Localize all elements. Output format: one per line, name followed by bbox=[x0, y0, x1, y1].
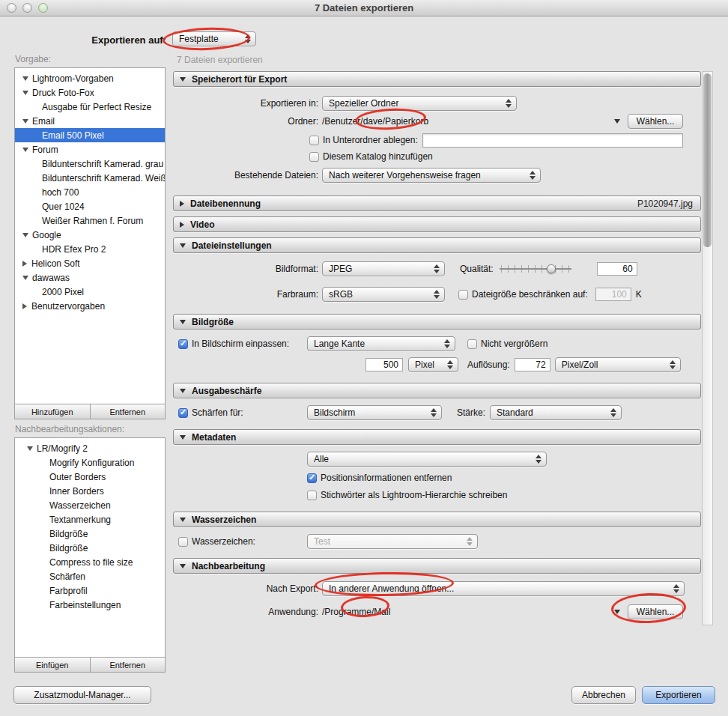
list-item[interactable]: LR/Mogrify 2 bbox=[15, 441, 165, 455]
subfolder-checkbox[interactable] bbox=[309, 136, 319, 145]
no-enlarge-label[interactable]: Nicht vergrößern bbox=[481, 339, 547, 349]
export-in-select[interactable]: Spezieller Ordner bbox=[322, 96, 517, 111]
expanded-disclosure-icon[interactable] bbox=[22, 233, 28, 237]
quality-value-field[interactable]: 60 bbox=[597, 262, 637, 276]
remove-action-button[interactable]: Entfernen bbox=[90, 658, 166, 672]
expanded-disclosure-icon[interactable] bbox=[180, 389, 186, 393]
colorspace-select[interactable]: sRGB bbox=[322, 287, 445, 302]
section-header-metadata[interactable]: Metadaten bbox=[173, 429, 701, 445]
remove-location-checkbox[interactable] bbox=[307, 473, 317, 483]
list-item[interactable]: Bildgröße bbox=[15, 527, 165, 541]
choose-folder-button[interactable]: Wählen... bbox=[628, 114, 683, 129]
expanded-disclosure-icon[interactable] bbox=[22, 91, 28, 95]
image-format-select[interactable]: JPEG bbox=[322, 261, 445, 276]
application-presets-disclosure-icon[interactable] bbox=[614, 610, 620, 614]
sharpen-checkbox[interactable] bbox=[178, 408, 188, 418]
list-item[interactable]: Benutzervorgaben bbox=[15, 299, 165, 313]
list-item[interactable]: Helicon Soft bbox=[15, 256, 165, 270]
resolution-value-field[interactable]: 72 bbox=[515, 358, 550, 371]
list-item[interactable]: dawawas bbox=[15, 270, 165, 285]
export-button[interactable]: Exportieren bbox=[642, 686, 715, 704]
list-item[interactable]: hoch 700 bbox=[15, 185, 165, 199]
choose-application-button[interactable]: Wählen... bbox=[628, 604, 683, 619]
existing-files-select[interactable]: Nach weiterer Vorgehensweise fragen bbox=[322, 168, 541, 183]
collapsed-disclosure-icon[interactable] bbox=[180, 201, 184, 207]
watermark-label[interactable]: Wasserzeichen: bbox=[192, 536, 307, 547]
list-item[interactable]: Farbprofil bbox=[15, 583, 165, 598]
watermark-checkbox[interactable] bbox=[178, 537, 188, 547]
expanded-disclosure-icon[interactable] bbox=[22, 119, 28, 124]
close-icon[interactable] bbox=[7, 3, 16, 13]
expanded-disclosure-icon[interactable] bbox=[22, 148, 28, 152]
subfolder-name-input[interactable] bbox=[422, 133, 683, 148]
limit-filesize-checkbox[interactable] bbox=[458, 290, 468, 300]
list-item[interactable]: Ausgabe für Perfect Resize bbox=[15, 100, 165, 114]
list-item[interactable]: Textanmerkung bbox=[15, 512, 165, 527]
list-item[interactable]: Schärfen bbox=[15, 569, 165, 583]
collapsed-disclosure-icon[interactable] bbox=[180, 222, 184, 228]
size-unit-select[interactable]: Pixel bbox=[408, 357, 458, 372]
limit-filesize-label[interactable]: Dateigröße beschränken auf: bbox=[472, 289, 588, 300]
section-header-post-processing[interactable]: Nachbearbeitung bbox=[173, 558, 701, 574]
section-header-file-naming[interactable]: Dateibenennung P1020947.jpg bbox=[173, 195, 701, 211]
keywords-hierarchy-label[interactable]: Stichwörter als Lightroom-Hierarchie sch… bbox=[321, 490, 507, 500]
no-enlarge-checkbox[interactable] bbox=[467, 339, 477, 349]
expanded-disclosure-icon[interactable] bbox=[22, 276, 28, 280]
resolution-unit-select[interactable]: Pixel/Zoll bbox=[555, 357, 681, 372]
sharpen-amount-select[interactable]: Standard bbox=[490, 405, 622, 420]
list-item[interactable]: HDR Efex Pro 2 bbox=[15, 242, 165, 256]
minimize-icon[interactable] bbox=[22, 3, 32, 13]
section-header-image-size[interactable]: Bildgröße bbox=[173, 314, 701, 330]
add-preset-button[interactable]: Hinzufügen bbox=[15, 404, 90, 419]
add-to-catalog-label[interactable]: Diesem Katalog hinzufügen bbox=[323, 151, 433, 162]
sharpen-label[interactable]: Schärfen für: bbox=[192, 407, 307, 418]
metadata-include-select[interactable]: Alle bbox=[307, 452, 547, 467]
list-item[interactable]: Druck Foto-Fox bbox=[15, 85, 165, 100]
list-item[interactable]: 2000 Pixel bbox=[15, 285, 165, 299]
keywords-hierarchy-checkbox[interactable] bbox=[307, 491, 317, 500]
expanded-disclosure-icon[interactable] bbox=[180, 243, 186, 248]
list-item[interactable]: Bildgröße bbox=[15, 541, 165, 555]
after-export-select[interactable]: In anderer Anwendung öffnen... bbox=[322, 581, 685, 596]
list-item[interactable]: Email bbox=[15, 114, 165, 128]
list-item[interactable]: Email 500 Pixel bbox=[15, 128, 165, 142]
list-item[interactable]: Google bbox=[15, 228, 165, 242]
limit-filesize-field[interactable]: 100 bbox=[595, 288, 631, 301]
fit-checkbox[interactable] bbox=[178, 339, 188, 349]
expanded-disclosure-icon[interactable] bbox=[180, 77, 186, 82]
slider-thumb-icon[interactable] bbox=[547, 264, 556, 273]
list-item[interactable]: Bildunterschrift Kamerad. Weiß bbox=[15, 171, 165, 185]
insert-action-button[interactable]: Einfügen bbox=[15, 658, 90, 672]
watermark-select[interactable]: Test bbox=[307, 534, 478, 549]
section-header-watermark[interactable]: Wasserzeichen bbox=[173, 512, 701, 527]
expanded-disclosure-icon[interactable] bbox=[180, 435, 186, 440]
fit-label[interactable]: In Bildschirm einpassen: bbox=[192, 339, 307, 349]
expanded-disclosure-icon[interactable] bbox=[180, 320, 186, 324]
zoom-icon[interactable] bbox=[38, 3, 48, 13]
list-item[interactable]: Inner Borders bbox=[15, 484, 165, 498]
list-item[interactable]: Wasserzeichen bbox=[15, 498, 165, 512]
expanded-disclosure-icon[interactable] bbox=[180, 564, 186, 568]
settings-scrollbar[interactable] bbox=[702, 71, 713, 625]
list-item[interactable]: Farbeinstellungen bbox=[15, 598, 165, 612]
plugin-manager-button[interactable]: Zusatzmodul-Manager... bbox=[13, 686, 151, 704]
expanded-disclosure-icon[interactable] bbox=[180, 518, 186, 522]
collapsed-disclosure-icon[interactable] bbox=[22, 261, 27, 267]
expanded-disclosure-icon[interactable] bbox=[22, 76, 28, 81]
scrollbar-thumb[interactable] bbox=[703, 73, 712, 247]
list-item[interactable]: Bildunterschrift Kamerad. grau bbox=[15, 157, 165, 171]
section-header-export-location[interactable]: Speicherort für Export bbox=[173, 71, 701, 87]
list-item[interactable]: Weißer Rahmen f. Forum bbox=[15, 213, 165, 228]
quality-slider[interactable] bbox=[500, 263, 571, 275]
fit-dimension-select[interactable]: Lange Kante bbox=[307, 336, 455, 351]
subfolder-checkbox-label[interactable]: In Unterordner ablegen: bbox=[323, 135, 418, 145]
export-on-select[interactable]: Festplatte bbox=[172, 31, 256, 46]
sharpen-target-select[interactable]: Bildschirm bbox=[307, 405, 442, 420]
collapsed-disclosure-icon[interactable] bbox=[22, 303, 27, 309]
section-header-file-settings[interactable]: Dateieinstellungen bbox=[173, 237, 701, 253]
add-to-catalog-checkbox[interactable] bbox=[309, 152, 319, 162]
section-header-output-sharpening[interactable]: Ausgabeschärfe bbox=[173, 383, 701, 398]
list-item[interactable]: Quer 1024 bbox=[15, 199, 165, 213]
size-value-field[interactable]: 500 bbox=[365, 358, 403, 371]
cancel-button[interactable]: Abbrechen bbox=[571, 686, 636, 704]
